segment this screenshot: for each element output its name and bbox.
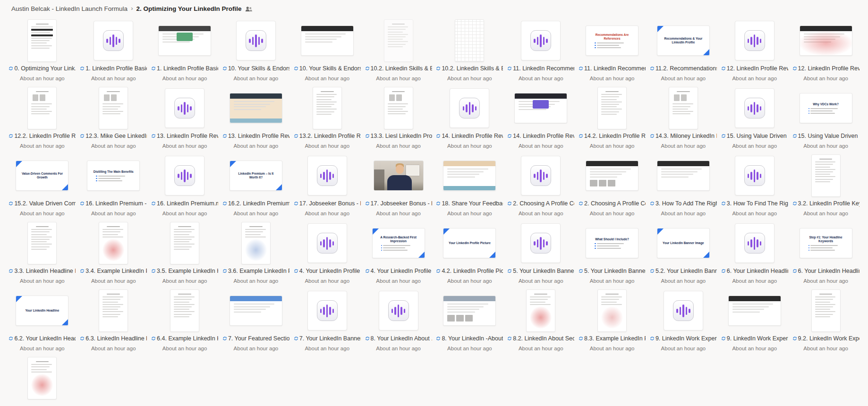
file-tile[interactable]: Recommendations Are References 11. Linke… xyxy=(577,18,648,85)
file-tile[interactable]: 6.3. LinkedIn Headline K... About an hou… xyxy=(78,288,149,355)
file-tile[interactable]: 14. LinkedIn Profile Revi... About an ho… xyxy=(505,85,577,153)
file-tile[interactable]: 3. How To Add The Righ... About an hour … xyxy=(647,153,719,220)
file-tile[interactable]: 1. LinkedIn Profile Basic... About an ho… xyxy=(149,18,221,85)
file-tile[interactable]: 9. LinkedIn Work Experi... About an hour… xyxy=(647,288,719,355)
file-tile[interactable]: 3.2. LinkedIn Profile Key... About an ho… xyxy=(790,153,861,220)
file-tile[interactable]: 8. Your LinkedIn About ... About an hour… xyxy=(363,288,434,355)
file-tile[interactable]: 2. Choosing A Profile Co... About an hou… xyxy=(505,153,577,220)
thumb-decoration xyxy=(36,361,49,362)
file-tile[interactable]: 10.2. Linkedin Skills & E... About an ho… xyxy=(363,18,434,85)
file-thumbnail xyxy=(99,288,128,333)
file-tile[interactable]: LinkedIn Premium – Is It Worth It? 16.2.… xyxy=(220,153,291,220)
file-tile[interactable]: 1. LinkedIn Profile Basic... About an ho… xyxy=(78,18,149,85)
file-tile[interactable]: 10.2. Linkedin Skills & E... About an ho… xyxy=(434,18,505,85)
thumb-decoration xyxy=(543,37,545,45)
document-thumbnail xyxy=(99,222,128,264)
file-tile[interactable]: 13. LinkedIn Profile Revi... About an ho… xyxy=(149,85,221,153)
sync-status-icon xyxy=(9,334,13,343)
file-tile[interactable]: 17. Jobseeker Bonus - H... About an hour… xyxy=(291,153,363,220)
file-tile[interactable]: 13. LinkedIn Profile Revi... About an ho… xyxy=(220,85,291,153)
file-tile[interactable]: 7. Your LinkedIn Banner ... About an hou… xyxy=(291,288,363,355)
thumb-decoration xyxy=(595,243,630,245)
file-tile[interactable]: 5. Your LinkedIn Banner ... About an hou… xyxy=(505,220,577,288)
thumb-decoration xyxy=(810,250,835,251)
thumb-decoration xyxy=(96,176,131,182)
file-tile[interactable]: 12. LinkedIn Profile Revi... About an ho… xyxy=(719,18,790,85)
thumb-decoration xyxy=(305,36,341,37)
thumb-decoration xyxy=(31,229,52,230)
file-tile[interactable]: Value-Driven Comments For Growth 15.2. V… xyxy=(7,153,78,220)
file-tile[interactable]: 0. Optimizing Your Link... About an hour… xyxy=(7,18,78,85)
thumb-decoration xyxy=(533,100,549,109)
audio-waveform-icon xyxy=(246,30,266,51)
thumb-decoration xyxy=(443,186,495,190)
thumb-decoration xyxy=(729,296,781,301)
file-tile[interactable]: 8.2. LinkedIn About Sect... About an hou… xyxy=(505,288,577,355)
file-tile[interactable]: 6.4. Example LinkedIn H... About an hour… xyxy=(149,288,221,355)
thumb-decoration xyxy=(31,369,47,370)
file-tile[interactable]: 3.6. Example LinkedIn Pr... About an hou… xyxy=(220,220,291,288)
file-tile[interactable]: 3.5. Example LinkedIn H... About an hour… xyxy=(149,220,221,288)
thumb-decoration xyxy=(316,94,337,95)
file-tile[interactable]: 3.4. Example LinkedIn Pr... About an hou… xyxy=(78,220,149,288)
file-tile[interactable]: 2. Choosing A Profile Co... About an hou… xyxy=(577,153,648,220)
thumb-decoration xyxy=(31,246,49,247)
thumb-decoration xyxy=(597,45,619,46)
thumb-decoration xyxy=(316,114,332,115)
file-tile[interactable]: 18. Share Your Feedbac... About an hour … xyxy=(434,153,505,220)
thumb-decoration xyxy=(757,104,758,112)
file-tile[interactable]: Your LinkedIn Profile Picture 4.2. Linke… xyxy=(434,220,505,288)
file-tile[interactable]: 14.3. Miloney LinkedIn P... About an hou… xyxy=(647,85,719,153)
file-tile[interactable]: 3.3. LinkedIn Headline K... About an hou… xyxy=(7,220,78,288)
thumb-decoration xyxy=(110,37,111,45)
file-tile[interactable]: 12. LinkedIn Profile Revi... About an ho… xyxy=(790,18,861,85)
file-tile[interactable]: Your LinkedIn Headline 6.2. Your LinkedI… xyxy=(7,288,78,355)
file-thumbnail xyxy=(521,18,561,63)
thumb-decoration xyxy=(732,309,765,310)
file-thumbnail: Why VDCs Work? xyxy=(800,85,852,131)
thumb-decoration xyxy=(443,166,495,186)
audio-file-thumbnail xyxy=(379,291,418,330)
file-tile[interactable]: 9.2. LinkedIn Work Expe... About an hour… xyxy=(790,288,861,355)
file-tile[interactable]: Your LinkedIn Banner Image 5.2. Your Lin… xyxy=(647,220,719,288)
file-tile[interactable]: 17. Jobseeker Bonus - H... About an hour… xyxy=(363,153,434,220)
file-tile[interactable]: 11. LinkedIn Recommen... About an hour a… xyxy=(505,18,577,85)
thumb-decoration xyxy=(316,96,334,97)
file-tile[interactable]: 14. LinkedIn Profile Revi... About an ho… xyxy=(434,85,505,153)
file-tile[interactable]: 10. Your Skills & Endors... About an hou… xyxy=(220,18,291,85)
file-tile[interactable]: 10. Your Skills & Endors... About an hou… xyxy=(291,18,363,85)
file-tile[interactable]: Distilling The Main Benefits 16. LinkedI… xyxy=(78,153,149,220)
file-tile[interactable]: 16. LinkedIn Premium.m... About an hour … xyxy=(149,153,221,220)
file-tile[interactable]: 15. Using Value Driven ... About an hour… xyxy=(719,85,790,153)
document-thumbnail xyxy=(27,19,57,62)
file-tile[interactable]: 13.2. LinkedIn Profile Re... About an ho… xyxy=(291,85,363,153)
thumb-decoration xyxy=(107,91,120,92)
file-tile[interactable]: 13.3. Liesl LinkedIn Profi... About an h… xyxy=(363,85,434,153)
file-tile[interactable]: 8. Your LinkedIn -About... About an hour… xyxy=(434,288,505,355)
file-tile[interactable] xyxy=(7,355,78,406)
breadcrumb-parent-folder[interactable]: Austin Belcak - LinkedIn Launch Formula xyxy=(11,5,128,12)
thumb-decoration xyxy=(36,91,49,92)
thumb-decoration xyxy=(174,299,192,300)
file-tile[interactable]: What Should I Include? 5. Your LinkedIn … xyxy=(577,220,648,288)
thumb-decoration xyxy=(258,37,260,45)
file-tile[interactable]: 12.3. Mike Gee LinkedIn... About an hour… xyxy=(78,85,149,153)
file-tile[interactable]: Why VDCs Work? 15. Using Value Driven ..… xyxy=(790,85,861,153)
file-tile[interactable]: 9. LinkedIn Work Experi... About an hour… xyxy=(719,288,790,355)
file-tile[interactable]: 7. Your Featured Section... About an hou… xyxy=(220,288,291,355)
file-tile[interactable]: Step #1: Your Headline Keywords 6. Your … xyxy=(790,220,861,288)
file-tile[interactable]: 14.2. LinkedIn Profile Re... About an ho… xyxy=(577,85,648,153)
file-tile[interactable]: 12.2. LinkedIn Profile Re... About an ho… xyxy=(7,85,78,153)
thumb-decoration xyxy=(760,241,762,245)
file-tile[interactable]: Recommendations & Your LinkedIn Profile … xyxy=(647,18,719,85)
file-tile[interactable]: 3. How To Find The Righ... About an hour… xyxy=(719,153,790,220)
file-tile[interactable]: 6. Your LinkedIn Headlin... About an hou… xyxy=(719,220,790,288)
file-tile[interactable]: 8.3. Example LinkedIn Pr... About an hou… xyxy=(577,288,648,355)
thumb-decoration xyxy=(815,179,833,180)
thumb-decoration xyxy=(597,243,624,244)
file-name: 7. Your Featured Section... xyxy=(228,335,289,342)
file-tile[interactable]: 4. Your LinkedIn Profile ... About an ho… xyxy=(291,220,363,288)
file-tile[interactable]: A Research-Backed First Impression 4. Yo… xyxy=(363,220,434,288)
file-timestamp: About an hour ago xyxy=(661,143,706,149)
thumb-decoration xyxy=(595,47,630,49)
